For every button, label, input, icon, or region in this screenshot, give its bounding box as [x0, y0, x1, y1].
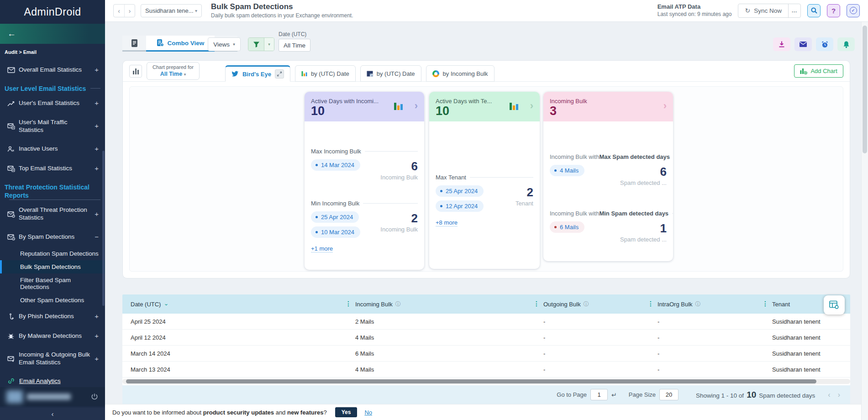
expand-icon: [275, 69, 284, 79]
horizontal-scrollbar: [122, 379, 850, 384]
tab-birds-eye[interactable]: Bird's Eye: [225, 65, 290, 82]
table-row[interactable]: March 13 2024 4 Mails - - Susidharan ten…: [122, 362, 850, 378]
search-button[interactable]: [807, 4, 821, 17]
section-value: 6 Incoming Bulk: [380, 159, 418, 181]
vertical-scrollbar-thumb[interactable]: [863, 26, 867, 153]
yes-button[interactable]: Yes: [335, 407, 358, 417]
sidebar-link-email-analytics[interactable]: Email Analytics: [0, 372, 105, 385]
table-row[interactable]: March 14 2024 6 Mails - - Susidharan ten…: [122, 346, 850, 362]
line-chart-icon: [7, 100, 15, 107]
sidebar-subitem-reputation-spam[interactable]: Reputation Spam Detections: [0, 247, 105, 260]
sign-out-icon[interactable]: [90, 393, 99, 401]
link-icon: [7, 378, 15, 384]
sidebar-item-top-email-statistics[interactable]: Top Email Statistics +: [0, 159, 105, 178]
tasks-button[interactable]: ✓: [847, 4, 860, 17]
sidebar-item-by-phish-detections[interactable]: By Phish Detections +: [0, 307, 105, 326]
info-icon[interactable]: ⓘ: [695, 300, 701, 308]
tenant-selector[interactable]: Susidharan tene... ▾: [141, 4, 202, 17]
user-account-block[interactable]: [0, 387, 105, 406]
date-pill[interactable]: 10 Mar 2024: [311, 226, 360, 238]
info-icon[interactable]: ⓘ: [584, 300, 589, 308]
sidebar-item-incoming-outgoing-bulk[interactable]: Incoming & Outgoing Bulk Email Statistic…: [0, 346, 105, 372]
expand-plus-icon: +: [95, 66, 99, 74]
table-view-tab[interactable]: [122, 36, 146, 52]
sidebar-item-by-malware-detections[interactable]: By Malware Detections +: [0, 326, 105, 346]
combo-view-tab[interactable]: Combo View: [146, 36, 215, 52]
filter-button[interactable]: [248, 38, 264, 51]
sidebar-item-overall-threat-protection[interactable]: Overall Threat Protection Statistics +: [0, 201, 105, 227]
date-pill[interactable]: 25 Apr 2024: [436, 185, 484, 197]
total-count: 10: [747, 390, 756, 400]
alerts-button[interactable]: [837, 37, 855, 51]
tab-by-incoming-bulk[interactable]: by Incoming Bulk: [426, 65, 494, 82]
sidebar-subitem-other-spam[interactable]: Other Spam Detections: [0, 294, 105, 307]
filter-funnel-icon: [253, 41, 260, 48]
column-header-date[interactable]: Date (UTC) ⌄: [122, 294, 347, 314]
date-pill[interactable]: 14 Mar 2024: [311, 159, 360, 171]
schedule-button[interactable]: [816, 37, 833, 51]
collapse-minus-icon: −: [95, 233, 99, 242]
chart-period-dropdown[interactable]: Chart prepared for All Time ▾: [147, 62, 200, 80]
mails-pill[interactable]: 4 Mails: [550, 165, 584, 176]
tab-by-utc-date-bar[interactable]: by (UTC) Date: [295, 65, 356, 82]
no-link[interactable]: No: [364, 409, 372, 416]
email-report-button[interactable]: [794, 37, 812, 51]
info-icon[interactable]: ⓘ: [395, 300, 401, 308]
section-label: Max Tenant: [436, 174, 533, 181]
more-link[interactable]: +8 more: [436, 219, 458, 226]
date-pill[interactable]: 25 Apr 2024: [311, 211, 359, 223]
views-dropdown[interactable]: Views ▾: [208, 37, 241, 51]
table-row[interactable]: April 25 2024 2 Mails - - Susidharan ten…: [122, 314, 850, 330]
table-header-row: Date (UTC) ⌄ ⋮ Incoming Bulk ⓘ ⋮ Outgoin…: [122, 294, 850, 314]
sidebar-item-users-email-statistics[interactable]: User's Email Statistics +: [0, 94, 105, 113]
chevron-right-icon: ›: [415, 100, 418, 112]
table-body: April 25 2024 2 Mails - - Susidharan ten…: [122, 314, 850, 378]
download-button[interactable]: [773, 37, 790, 51]
goto-page-input[interactable]: [590, 389, 608, 400]
detections-table: Date (UTC) ⌄ ⋮ Incoming Bulk ⓘ ⋮ Outgoin…: [122, 294, 850, 386]
more-link[interactable]: +1 more: [311, 245, 333, 252]
back-button[interactable]: ←: [0, 24, 105, 44]
filter-caret-button[interactable]: ▾: [264, 38, 274, 51]
mails-pill[interactable]: 6 Mails: [550, 221, 584, 233]
table-row[interactable]: April 12 2024 4 Mails - - Susidharan ten…: [122, 330, 850, 346]
prev-report-button[interactable]: ‹: [114, 5, 124, 17]
sidebar-subitem-bulk-spam[interactable]: Bulk Spam Detections: [0, 260, 105, 273]
tab-by-utc-date-grid[interactable]: by (UTC) Date: [360, 65, 421, 82]
section-value: 2 Tenant: [516, 185, 533, 226]
section-label: Min Incoming Bulk: [311, 200, 418, 207]
atp-data-label: Email ATP Data: [658, 3, 732, 11]
sync-more-button[interactable]: ...: [788, 4, 800, 17]
sidebar-subitem-filter-based-spam[interactable]: Filter Based Spam Detections: [0, 273, 105, 294]
mail-arrows-icon: [7, 356, 15, 362]
date-filter-value[interactable]: All Time: [279, 39, 310, 52]
next-report-button[interactable]: ›: [124, 5, 135, 17]
horizontal-scrollbar-thumb[interactable]: [126, 379, 816, 383]
chevron-right-icon: ›: [129, 7, 131, 15]
expand-plus-icon: +: [95, 122, 99, 131]
donut-chart-icon: [432, 70, 439, 77]
prev-page-button[interactable]: ‹: [828, 391, 830, 399]
next-page-button[interactable]: ›: [838, 391, 840, 399]
chart-type-button[interactable]: [129, 65, 142, 78]
help-button[interactable]: ?: [827, 4, 840, 17]
chart-panel: Chart prepared for All Time ▾ Bird's Eye…: [122, 60, 850, 278]
column-header-intraorg-bulk[interactable]: ⋮ IntraOrg Bulk ⓘ: [649, 294, 764, 314]
column-header-incoming-bulk[interactable]: ⋮ Incoming Bulk ⓘ: [347, 294, 535, 314]
sidebar-item-by-spam-detections[interactable]: By Spam Detections −: [0, 227, 105, 247]
card-header[interactable]: Active Days with Incomi... 10 ›: [305, 92, 424, 121]
column-header-outgoing-bulk[interactable]: ⋮ Outgoing Bulk ⓘ: [535, 294, 649, 314]
sidebar-item-users-mail-traffic[interactable]: User's Mail Traffic Statistics +: [0, 113, 105, 140]
card-header[interactable]: Incoming Bulk 3 ›: [543, 92, 673, 121]
page-size-input[interactable]: [659, 389, 679, 400]
column-settings-button[interactable]: [824, 295, 845, 315]
sidebar-item-inactive-users[interactable]: Inactive Users +: [0, 139, 105, 159]
section-value: 6 Spam detected ...: [620, 165, 667, 186]
sidebar-item-overall-email-statistics[interactable]: Overall Email Statistics +: [0, 60, 105, 80]
sync-now-button[interactable]: ↻ Sync Now: [738, 4, 788, 17]
date-pill[interactable]: 12 Apr 2024: [436, 200, 484, 212]
sidebar-scrollbar-thumb[interactable]: [102, 151, 105, 306]
sidebar-collapse-button[interactable]: ‹: [0, 408, 105, 420]
add-chart-button[interactable]: Add Chart: [794, 64, 843, 78]
card-header[interactable]: Active Days with Te... 10 ›: [429, 92, 540, 121]
